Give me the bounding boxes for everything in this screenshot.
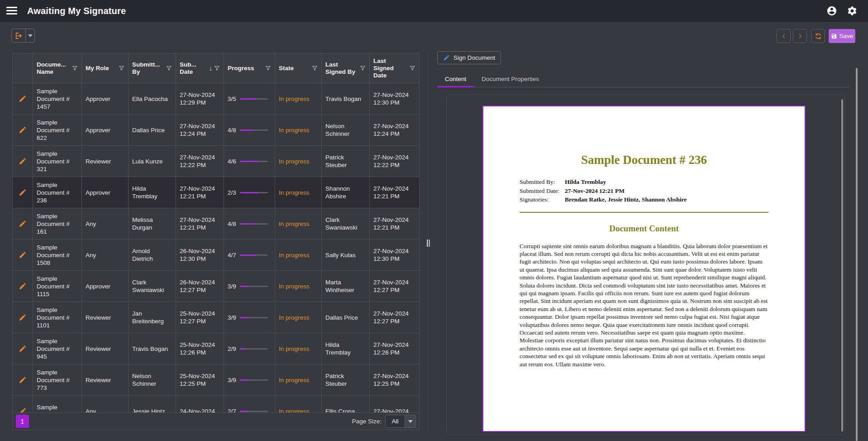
sign-document-button[interactable]: Sign Document <box>437 51 501 64</box>
table-row[interactable]: Sample Document # 622ApproverDallas Pric… <box>13 115 419 146</box>
table-row[interactable]: Sample Document # 161AnyMelissa Durgan27… <box>13 208 419 240</box>
progress-cell: 4/8 <box>224 208 275 239</box>
edit-pencil-icon[interactable] <box>19 251 27 259</box>
submitted-date-cell: 26-Nov-2024 12:27 PM <box>176 271 224 302</box>
meta-label: Submitted Date: <box>520 187 565 196</box>
edit-pencil-icon[interactable] <box>19 220 27 228</box>
edit-cell[interactable] <box>13 146 33 177</box>
edit-cell[interactable] <box>13 177 33 208</box>
column-header-submitted-date[interactable]: Sub... Date↓ <box>176 53 224 83</box>
document-preview-viewport[interactable]: Sample Document # 236 Submitted By:Hilda… <box>446 95 845 435</box>
settings-gear-icon[interactable] <box>847 5 858 16</box>
filter-funnel-icon[interactable] <box>410 65 415 71</box>
save-button[interactable]: Save <box>829 29 855 43</box>
document-scrollbar-thumb[interactable] <box>841 99 843 431</box>
column-header-document-name[interactable]: Docume... Name <box>33 53 82 83</box>
table-row[interactable]: Sample Document # 773ReviewerNelson Schi… <box>13 364 419 396</box>
table-row[interactable]: Sample Document # 1101ReviewerJan Breite… <box>13 302 419 333</box>
sign-pen-icon <box>443 54 450 61</box>
submitted-date-cell: 25-Nov-2024 12:25 PM <box>176 364 224 395</box>
submitted-by-cell: Melissa Durgan <box>129 208 176 239</box>
filter-funnel-icon[interactable] <box>119 65 124 71</box>
table-row[interactable]: Sample Document # 1115ApproverClark Swan… <box>13 271 419 302</box>
column-header-last-signed-date[interactable]: Last Signed Date <box>370 53 419 83</box>
column-label: Sub... Date <box>180 61 207 76</box>
grid-body[interactable]: Sample Document # 1457ApproverElla Pacoc… <box>13 83 419 413</box>
my-role-cell: Any <box>82 208 129 239</box>
column-header-my-role[interactable]: My Role <box>82 53 129 83</box>
edit-pencil-icon[interactable] <box>19 157 27 165</box>
filter-funnel-icon[interactable] <box>72 65 78 71</box>
edit-cell[interactable] <box>13 333 33 364</box>
last-signed-date-cell: 27-Nov-2024 12:30 PM <box>370 240 419 270</box>
column-header-state[interactable]: State <box>275 53 322 83</box>
progress-cell: 4/7 <box>224 240 275 270</box>
table-row[interactable]: Sample Document #AnyJessie Hintz24-Nov-2… <box>13 396 419 413</box>
table-row[interactable]: Sample Document # 321ReviewerLula Kunze2… <box>13 146 419 177</box>
last-signed-by-cell: Clark Swaniawski <box>322 208 370 239</box>
filter-funnel-icon[interactable] <box>312 65 318 71</box>
table-row[interactable]: Sample Document # 236ApproverHilda Tremb… <box>13 177 419 208</box>
edit-cell[interactable] <box>13 115 33 145</box>
panel-splitter[interactable] <box>425 53 431 430</box>
filter-funnel-icon[interactable] <box>265 65 271 71</box>
document-name-cell: Sample Document # 773 <box>33 364 82 395</box>
page-1-button[interactable]: 1 <box>16 415 29 428</box>
status-badge: In progress <box>279 220 310 228</box>
table-row[interactable]: Sample Document # 1508AnyArnold Dietrich… <box>13 240 419 271</box>
column-header-submitted-by[interactable]: Submitt... By <box>129 53 176 83</box>
table-row[interactable]: Sample Document # 1457ApproverElla Pacoc… <box>13 83 419 115</box>
document-divider <box>520 212 768 213</box>
filter-funnel-icon[interactable] <box>166 65 172 71</box>
last-signed-by-cell: Nelson Schinner <box>322 115 370 145</box>
edit-cell[interactable] <box>13 240 33 270</box>
edit-pencil-icon[interactable] <box>19 126 27 134</box>
menu-icon[interactable] <box>6 7 17 15</box>
column-header-progress[interactable]: Progress <box>224 53 275 83</box>
document-page: Sample Document # 236 Submitted By:Hilda… <box>482 105 806 432</box>
edit-cell[interactable] <box>13 396 33 413</box>
page-size-caret-button[interactable] <box>405 415 416 428</box>
last-signed-date-cell: 27-Nov-2024 12:22 PM <box>370 146 419 177</box>
tab-document-properties[interactable]: Document Properties <box>474 71 547 87</box>
grid-pager: 1 Page Size: All <box>13 412 419 430</box>
document-name-cell: Sample Document # <box>33 396 82 413</box>
edit-pencil-icon[interactable] <box>19 376 27 384</box>
edit-pencil-icon[interactable] <box>19 95 27 103</box>
progress-text: 2/3 <box>228 189 236 197</box>
page-size-select[interactable]: All <box>385 415 405 428</box>
meta-label: Submitted By: <box>520 177 565 187</box>
page-scrollbar-thumb[interactable] <box>856 68 858 441</box>
last-signed-by-cell: Marta Wintheiser <box>322 271 370 302</box>
edit-pencil-icon[interactable] <box>19 282 27 290</box>
next-button[interactable] <box>793 29 807 43</box>
user-account-icon[interactable] <box>826 5 837 16</box>
submitted-date-cell: 26-Nov-2024 12:30 PM <box>176 240 224 270</box>
edit-cell[interactable] <box>13 364 33 395</box>
previous-button[interactable] <box>777 29 791 43</box>
sign-document-label: Sign Document <box>453 54 495 61</box>
edit-cell[interactable] <box>13 302 33 333</box>
meta-value: Hilda Tremblay <box>565 177 606 187</box>
progress-text: 3/9 <box>228 283 236 290</box>
chevron-left-icon <box>781 33 787 39</box>
column-header-last-signed-by[interactable]: Last Signed By <box>322 53 370 83</box>
refresh-button[interactable] <box>811 29 825 43</box>
edit-pencil-icon[interactable] <box>19 313 27 321</box>
edit-pencil-icon[interactable] <box>19 188 27 197</box>
table-row[interactable]: Sample Document # 945ReviewerTravis Boga… <box>13 333 419 364</box>
edit-pencil-icon[interactable] <box>19 345 27 353</box>
tab-content[interactable]: Content <box>437 71 474 87</box>
export-split-button[interactable] <box>11 29 35 43</box>
edit-cell[interactable] <box>13 208 33 239</box>
filter-funnel-icon[interactable] <box>360 65 366 71</box>
splitter-grip-icon[interactable] <box>427 240 430 247</box>
meta-value: 27-Nov-2024 12:21 PM <box>565 187 625 196</box>
submitted-date-cell: 25-Nov-2024 12:26 PM <box>176 333 224 364</box>
edit-cell[interactable] <box>13 83 33 114</box>
submitted-by-cell: Travis Bogan <box>129 333 176 364</box>
column-label: Progress <box>228 65 263 72</box>
export-dropdown-caret[interactable] <box>25 29 34 42</box>
filter-funnel-icon[interactable] <box>214 65 220 71</box>
edit-cell[interactable] <box>13 271 33 302</box>
